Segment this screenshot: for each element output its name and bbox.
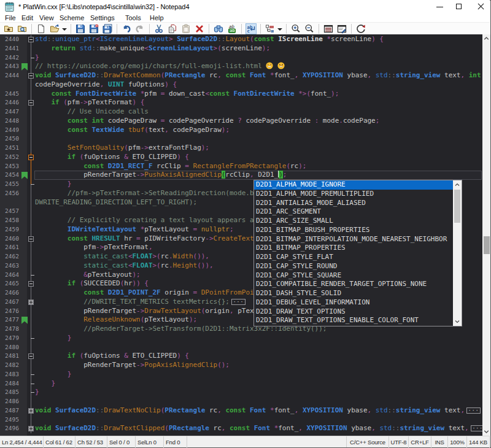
code-line-2482[interactable]: 2482 pRenderTarget->PopAxisAlignedClip()…	[0, 361, 482, 370]
fold-margin[interactable]	[27, 406, 35, 415]
fold-margin[interactable]	[27, 153, 35, 162]
status-selection[interactable]: Sel 0 / 0	[107, 436, 136, 448]
autocomplete-item[interactable]: D2D1_ALPHA_MODE_IGNORE	[254, 180, 453, 190]
scheme-select-icon[interactable]	[265, 24, 275, 34]
fold-expand-icon[interactable]	[28, 299, 34, 305]
autocomplete-item[interactable]: D2D1_BITMAP_INTERPOLATION_MODE_NEAREST_N…	[254, 235, 453, 244]
autocomplete-item[interactable]: D2D1_BITMAP_BRUSH_PROPERTIES	[254, 226, 453, 235]
browse-folder-icon[interactable]	[17, 24, 27, 34]
cut-icon[interactable]	[154, 24, 164, 34]
code-line-2479[interactable]: 2479 }	[0, 334, 482, 343]
delete-icon[interactable]	[195, 24, 204, 34]
code-line-2480[interactable]: 2480	[0, 343, 482, 352]
fold-margin[interactable]	[27, 234, 35, 244]
code-line-2485[interactable]: 2485}	[0, 388, 482, 397]
save-icon[interactable]	[75, 24, 85, 34]
code-line-2443[interactable]: 2443// https://unicode.org/emoji/charts/…	[0, 62, 482, 71]
menu-edit[interactable]: Edit	[21, 14, 33, 22]
code-line-2446[interactable]: 2446 if (pfm->pTextFormat) {	[0, 98, 482, 107]
autocomplete-item[interactable]: D2D1_ALPHA_MODE_PREMULTIPLIED	[254, 190, 453, 199]
copy-icon[interactable]	[168, 24, 177, 34]
status-scheme[interactable]: C/C++ Source	[347, 436, 389, 448]
status-column[interactable]: Col 61 / 62	[44, 436, 75, 448]
code-line-2496[interactable]: 2496void SurfaceD2D::DrawTextClipped(PRe…	[0, 424, 482, 433]
code-line-2481[interactable]: 2481 if (fuOptions & ETO_CLIPPED) {	[0, 352, 482, 361]
close-button[interactable]	[470, 0, 491, 14]
code-line-2444[interactable]: 2444void SurfaceD2D::DrawTextCommon(PRec…	[0, 71, 482, 80]
popup-scroll-down-icon[interactable]	[453, 317, 462, 326]
status-line[interactable]: Ln 2,454 / 4,444	[0, 436, 44, 448]
autocomplete-item[interactable]: D2D1_DRAW_TEXT_OPTIONS_ENABLE_COLOR_FONT	[254, 316, 453, 325]
fold-margin[interactable]	[27, 98, 35, 107]
fold-collapse-icon[interactable]	[28, 281, 34, 287]
fold-collapse-icon[interactable]	[28, 155, 34, 160]
code-line-2447[interactable]: 2447 // Use Unicode calls	[0, 107, 482, 117]
open-file-icon[interactable]	[50, 24, 60, 34]
code-line-wrap[interactable]: codePageOverride, UINT fuOptions) {	[0, 80, 482, 90]
autocomplete-item[interactable]: D2D1_COMPATIBLE_RENDER_TARGET_OPTIONS_NO…	[254, 280, 453, 289]
autocomplete-item[interactable]: D2D1_ARC_SEGMENT	[254, 207, 453, 217]
autocomplete-item[interactable]: D2D1_CAP_STYLE_SQUARE	[254, 271, 453, 280]
menu-scheme[interactable]: Scheme	[60, 14, 84, 22]
menu-file[interactable]: File	[5, 14, 16, 22]
folded-code-ellipsis-icon[interactable]: ···	[466, 407, 481, 414]
code-line-2449[interactable]: 2449 const TextWide tbuf(text, codePageD…	[0, 126, 482, 135]
code-line-2453[interactable]: 2453 const D2D1_RECT_F rcClip = Rectangl…	[0, 162, 482, 171]
status-character[interactable]: Ch 52 / 53	[75, 436, 107, 448]
editor-vertical-scrollbar[interactable]	[482, 34, 490, 436]
autocomplete-item[interactable]: D2D1_DASH_STYLE_SOLID	[254, 289, 453, 298]
code-line-2487[interactable]: 2487void SurfaceD2D::DrawTextNoClip(PRec…	[0, 406, 482, 415]
autocomplete-item[interactable]: D2D1_CAP_STYLE_ROUND	[254, 262, 453, 271]
code-line-2440[interactable]: 2440std::unique_ptr<IScreenLineLayout> S…	[0, 35, 482, 44]
code-line-2451[interactable]: 2451 SetFontQuality(pfm->extraFontFlag);	[0, 144, 482, 153]
menu-help[interactable]: Help	[150, 14, 164, 22]
code-line-2452[interactable]: 2452 if (fuOptions & ETO_CLIPPED) {	[0, 153, 482, 162]
autocomplete-item[interactable]: D2D1_DRAW_TEXT_OPTIONS	[254, 307, 453, 317]
fold-collapse-icon[interactable]	[28, 236, 34, 242]
code-line-2454[interactable]: 2454 pRenderTarget->PushAxisAlignedClip(…	[0, 171, 482, 180]
autocomplete-item[interactable]: D2D1_CAP_STYLE_FLAT	[254, 253, 453, 262]
exit-icon[interactable]	[356, 24, 366, 34]
popup-scroll-up-icon[interactable]	[453, 180, 462, 189]
fold-margin[interactable]	[27, 71, 35, 80]
zoom-out-icon[interactable]	[304, 24, 314, 34]
autocomplete-item[interactable]: D2D1_ANTIALIAS_MODE_ALIASED	[254, 199, 453, 208]
status-encoding[interactable]: UTF-8	[389, 436, 409, 448]
fold-margin[interactable]	[27, 279, 35, 288]
scrollbar-thumb[interactable]	[484, 236, 490, 254]
code-line-2442[interactable]: 2442}	[0, 53, 482, 63]
find-icon[interactable]	[214, 24, 223, 34]
code-line-2484[interactable]: 2484 }	[0, 379, 482, 388]
code-line-2441[interactable]: 2441 return std::make_unique<ScreenLineL…	[0, 44, 482, 53]
zoom-in-icon[interactable]	[291, 24, 301, 34]
maximize-button[interactable]	[449, 0, 470, 14]
menu-tools[interactable]: Tools	[125, 14, 141, 22]
folded-code-ellipsis-icon[interactable]: ···	[231, 299, 246, 305]
word-wrap-icon[interactable]: abc	[246, 24, 256, 34]
fold-collapse-icon[interactable]	[28, 353, 34, 359]
fold-collapse-icon[interactable]	[28, 73, 34, 79]
title-bar[interactable]: * PlatWin.cxx [F:\Libs\notepad4\scintill…	[0, 0, 490, 14]
menu-view[interactable]: View	[39, 14, 54, 22]
undo-icon[interactable]	[122, 24, 131, 34]
autocomplete-item[interactable]: D2D1_BITMAP_PROPERTIES	[254, 244, 453, 253]
fold-margin[interactable]	[27, 352, 35, 361]
save-as-icon[interactable]	[89, 24, 99, 34]
menu-settings[interactable]: Settings	[90, 14, 115, 22]
status-selected-lines[interactable]: SelLn 0	[136, 436, 164, 448]
save-copy-icon[interactable]	[102, 24, 112, 34]
scroll-down-arrow-icon[interactable]	[482, 427, 490, 436]
fold-collapse-icon[interactable]	[28, 37, 34, 42]
status-insert-mode[interactable]: INS	[431, 436, 448, 448]
fold-expand-icon[interactable]	[28, 426, 34, 431]
new-file-icon[interactable]	[36, 24, 46, 34]
dropdown-caret-icon[interactable]	[61, 24, 67, 34]
code-line-2448[interactable]: 2448 const int codePageDraw = codePageOv…	[0, 117, 482, 126]
fold-margin[interactable]	[27, 298, 35, 307]
autocomplete-item[interactable]: D2D1_ARC_SIZE_SMALL	[254, 217, 453, 226]
fold-margin[interactable]	[27, 424, 35, 433]
fold-margin[interactable]	[27, 35, 35, 44]
status-line-ending[interactable]: CR+LF	[409, 436, 431, 448]
code-line-2495[interactable]: 2495	[0, 415, 482, 425]
dropdown-caret-icon[interactable]	[277, 24, 282, 34]
